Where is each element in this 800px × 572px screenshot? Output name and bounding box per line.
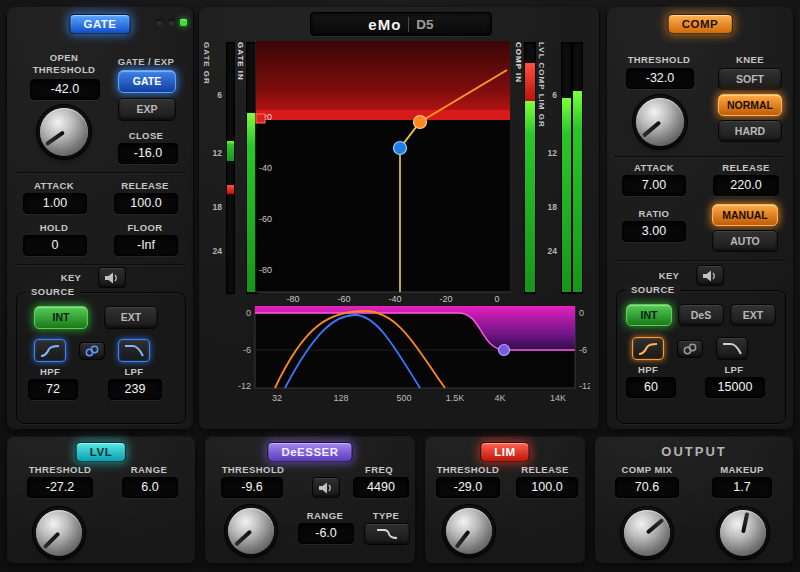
gate-release-value[interactable]: 100.0 — [114, 193, 178, 214]
lim-threshold-label: THRESHOLD — [428, 464, 508, 475]
led-1 — [156, 19, 163, 26]
eq-x-tick: 128 — [333, 393, 348, 403]
lim-section-badge[interactable]: LIM — [480, 442, 529, 462]
comp-threshold-value[interactable]: -32.0 — [626, 68, 694, 89]
comp-threshold-knob[interactable] — [636, 98, 684, 146]
main-x-tick: -20 — [439, 294, 452, 304]
makeup-value[interactable]: 1.7 — [712, 477, 772, 498]
gate-in-meter-label: GATE IN — [236, 42, 245, 81]
gate-attack-value[interactable]: 1.00 — [23, 193, 87, 214]
gr-scale-tick: 24 — [541, 246, 557, 256]
lim-threshold-value[interactable]: -29.0 — [436, 477, 500, 498]
gate-source-int-button[interactable]: INT — [34, 306, 88, 329]
comp-mix-label: COMP MIX — [604, 464, 690, 475]
comp-threshold-handle[interactable] — [414, 116, 427, 129]
comp-knee-soft-button[interactable]: SOFT — [718, 68, 782, 90]
link-icon — [682, 343, 698, 355]
comp-mix-knob[interactable] — [624, 510, 670, 556]
comp-knee-hard-button[interactable]: HARD — [718, 120, 782, 142]
gr-scale-tick: 12 — [541, 148, 557, 158]
divider — [14, 172, 186, 174]
deesser-freq-value[interactable]: 4490 — [353, 477, 409, 498]
lim-threshold-knob[interactable] — [446, 508, 492, 554]
divider — [614, 156, 786, 158]
gate-threshold-handle[interactable] — [394, 142, 407, 155]
deesser-threshold-knob[interactable] — [228, 508, 274, 554]
speaker-icon — [318, 482, 334, 494]
gate-gr-meter-label: GATE GR — [202, 42, 211, 85]
lvl-threshold-knob[interactable] — [36, 510, 82, 556]
comp-source-ext-button[interactable]: EXT — [730, 304, 776, 326]
comp-lpf-value[interactable]: 15000 — [705, 377, 765, 398]
comp-source-int-button[interactable]: INT — [626, 304, 672, 326]
gate-filter-link-button[interactable] — [79, 342, 105, 360]
lowpass-icon — [123, 344, 145, 358]
deesser-section-badge[interactable]: DeESSER — [267, 442, 352, 462]
comp-mix-value[interactable]: 70.6 — [615, 477, 679, 498]
gate-threshold-value[interactable]: -42.0 — [30, 79, 100, 100]
speaker-icon — [104, 272, 120, 284]
deesser-type-button[interactable] — [364, 523, 410, 545]
comp-release-label: RELEASE — [706, 162, 786, 173]
comp-lpf-button[interactable] — [716, 337, 748, 360]
gate-hpf-button[interactable] — [34, 339, 66, 362]
comp-filter-link-button[interactable] — [677, 340, 703, 358]
gate-hpf-value[interactable]: 72 — [28, 379, 78, 400]
threshold-band — [256, 110, 510, 120]
comp-key-monitor-button[interactable] — [696, 265, 724, 286]
gate-hold-value[interactable]: 0 — [23, 235, 87, 256]
comp-in-meter — [524, 42, 536, 294]
divider — [14, 264, 186, 266]
comp-panel: COMP THRESHOLD -32.0 KNEE SOFT NORMAL HA… — [606, 6, 794, 430]
meter-segment — [525, 101, 535, 292]
gate-lpf-button[interactable] — [118, 339, 150, 362]
gate-close-label: CLOSE — [106, 130, 186, 141]
comp-ratio-label: RATIO — [614, 208, 694, 219]
comp-in-meter-label: COMP IN — [514, 42, 523, 83]
gate-threshold-label: THRESHOLD — [16, 64, 112, 75]
deesser-monitor-button[interactable] — [312, 477, 340, 498]
deesser-range-value[interactable]: -6.0 — [298, 523, 354, 544]
deesser-threshold-value[interactable]: -9.6 — [221, 477, 283, 498]
comp-attack-value[interactable]: 7.00 — [622, 175, 686, 196]
gate-lpf-value[interactable]: 239 — [108, 379, 162, 400]
lim-threshold-handle[interactable] — [256, 114, 265, 123]
gate-section-badge[interactable]: GATE — [69, 14, 130, 34]
lim-release-label: RELEASE — [508, 464, 582, 475]
comp-hpf-button[interactable] — [632, 337, 664, 360]
meter-segment — [573, 91, 582, 292]
gate-threshold-knob[interactable] — [40, 108, 88, 156]
lvl-threshold-value[interactable]: -27.2 — [27, 477, 93, 498]
output-panel: OUTPUT COMP MIX 70.6 MAKEUP 1.7 — [594, 436, 794, 564]
lvl-section-badge[interactable]: LVL — [76, 442, 126, 462]
comp-section-badge[interactable]: COMP — [668, 14, 733, 34]
knob-pointer — [642, 120, 661, 137]
lvl-range-value[interactable]: 6.0 — [122, 477, 178, 498]
comp-ratio-auto-button[interactable]: AUTO — [712, 230, 778, 252]
gate-floor-label: FLOOR — [106, 222, 184, 233]
knob-pointer — [646, 518, 665, 535]
gate-attack-label: ATTACK — [16, 180, 92, 191]
main-x-tick: 0 — [494, 294, 499, 304]
gate-source-ext-button[interactable]: EXT — [104, 306, 158, 329]
deesser-handle[interactable] — [499, 345, 510, 356]
comp-release-value[interactable]: 220.0 — [713, 175, 779, 196]
brand-text: eMo — [368, 16, 401, 33]
knob-pointer — [454, 530, 470, 549]
gate-close-value[interactable]: -16.0 — [118, 143, 178, 164]
gate-mode-exp-button[interactable]: EXP — [118, 98, 176, 121]
comp-source-des-button[interactable]: DeS — [678, 304, 724, 326]
comp-hpf-value[interactable]: 60 — [626, 377, 676, 398]
comp-ratio-value[interactable]: 3.00 — [622, 221, 686, 242]
gate-key-monitor-button[interactable] — [98, 267, 126, 288]
gate-floor-value[interactable]: -Inf — [114, 235, 178, 256]
output-meter-left — [561, 42, 572, 294]
comp-ratio-manual-button[interactable]: MANUAL — [712, 204, 778, 226]
comp-knee-normal-button[interactable]: NORMAL — [718, 94, 782, 116]
main-x-tick: -40 — [388, 294, 401, 304]
lowpass-icon — [721, 342, 743, 356]
lim-release-value[interactable]: 100.0 — [516, 477, 578, 498]
makeup-knob[interactable] — [720, 510, 766, 556]
speaker-icon — [702, 270, 718, 282]
gate-mode-gate-button[interactable]: GATE — [118, 70, 176, 93]
